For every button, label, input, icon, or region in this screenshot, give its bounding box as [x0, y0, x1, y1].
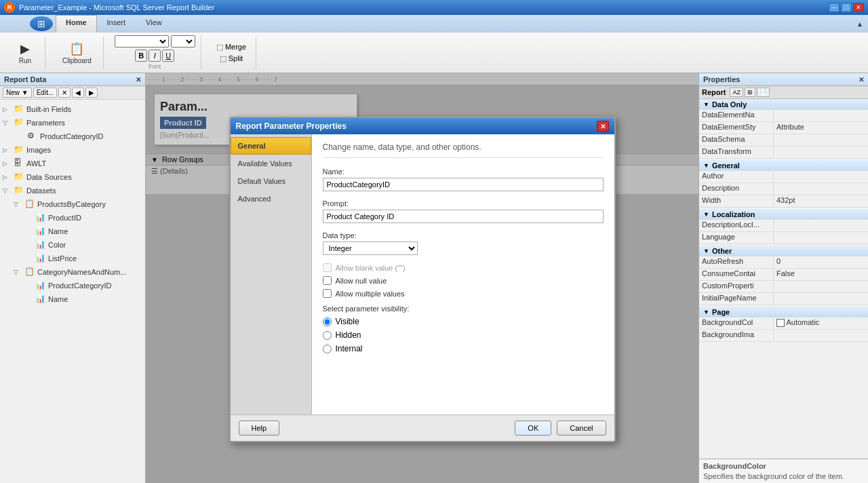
- tree-node-name2[interactable]: 📊 Name: [0, 292, 145, 306]
- allow-null-checkbox[interactable]: [323, 276, 332, 285]
- categorize-button[interactable]: ⊞: [745, 88, 755, 97]
- paste-button[interactable]: 📋 Clipboard: [56, 37, 98, 68]
- title-bar-title: Parameter_Example - Microsoft SQL Server…: [19, 3, 214, 12]
- tree-node-product-category-id[interactable]: ⚙ ProductCategoryID: [0, 130, 145, 143]
- field-icon: 📊: [35, 253, 46, 264]
- tree-node-datasets[interactable]: ▽ 📁 Datasets: [0, 184, 145, 197]
- tree-node-category-names[interactable]: ▽ 📋 CategoryNamesAndNum...: [0, 265, 145, 279]
- office-button[interactable]: ⊞: [30, 16, 53, 31]
- internal-radio[interactable]: [323, 345, 332, 353]
- prop-row-data-schema: DataSchema: [699, 134, 868, 147]
- tree-node-color[interactable]: 📊 Color: [0, 238, 145, 252]
- prop-section-general: ▼ General Author Description Width 432pt: [699, 160, 868, 208]
- prop-section-data-only: ▼ Data Only DataElementNa DataElementSty…: [699, 99, 868, 159]
- ribbon-collapse-icon[interactable]: ▲: [854, 18, 865, 29]
- ribbon-tabs: ⊞ Home Insert View ▲: [0, 15, 868, 33]
- allow-blank-checkbox[interactable]: [323, 263, 332, 272]
- ok-button[interactable]: OK: [515, 421, 551, 436]
- prop-section-localization-header[interactable]: ▼ Localization: [699, 209, 868, 220]
- prop-row-custom-properti: CustomProperti: [699, 281, 868, 293]
- edit-button[interactable]: Edit...: [33, 88, 58, 98]
- tree-node-name1[interactable]: 📊 Name: [0, 225, 145, 238]
- visible-radio[interactable]: [323, 317, 332, 326]
- dialog-tab-advanced[interactable]: Advanced: [231, 190, 311, 208]
- underline-button[interactable]: U: [162, 50, 174, 62]
- name-label: Name:: [323, 168, 604, 176]
- report-data-header: Report Data ✕: [0, 73, 145, 86]
- report-data-close-icon[interactable]: ✕: [136, 76, 141, 83]
- move-up-button[interactable]: ◀: [72, 88, 84, 98]
- maximize-button[interactable]: □: [841, 3, 852, 12]
- prop-row-author: Author: [699, 171, 868, 183]
- dialog-close-button[interactable]: ✕: [597, 121, 609, 132]
- folder-icon: 📁: [14, 172, 24, 182]
- data-type-select[interactable]: Integer Text Boolean DateTime Float: [323, 242, 418, 255]
- param-icon: ⚙: [27, 131, 38, 142]
- folder-icon: 📁: [14, 117, 24, 128]
- tree-node-built-in-fields[interactable]: ▷ 📁 Built-in Fields: [0, 102, 145, 116]
- font-family-select[interactable]: [115, 35, 169, 47]
- run-button[interactable]: ▶ Run: [11, 37, 39, 68]
- prop-section-data-only-header[interactable]: ▼ Data Only: [699, 99, 868, 110]
- app-icon: R: [4, 2, 15, 13]
- hidden-radio[interactable]: [323, 331, 332, 340]
- new-button[interactable]: New ▼: [3, 88, 32, 98]
- bold-button[interactable]: B: [135, 50, 147, 62]
- tree-node-parameters[interactable]: ▽ 📁 Parameters: [0, 116, 145, 130]
- font-group-label: Font: [149, 63, 161, 70]
- property-pages-button[interactable]: 📄: [757, 88, 770, 97]
- tree-node-awlt[interactable]: ▷ 🗄 AWLT: [0, 157, 145, 170]
- dialog-footer-right: OK Cancel: [515, 421, 606, 436]
- sort-az-button[interactable]: AZ: [730, 88, 743, 97]
- tree-node-list-price[interactable]: 📊 ListPrice: [0, 252, 145, 265]
- properties-area: ▼ Data Only DataElementNa DataElementSty…: [699, 99, 868, 459]
- prompt-input[interactable]: [323, 210, 604, 223]
- tree-node-data-sources[interactable]: ▷ 📁 Data Sources: [0, 170, 145, 184]
- tab-view[interactable]: View: [136, 15, 172, 33]
- move-down-button[interactable]: ▶: [85, 88, 98, 98]
- font-size-select[interactable]: [171, 35, 195, 47]
- allow-multiple-checkbox[interactable]: [323, 289, 332, 298]
- close-button[interactable]: ✕: [853, 3, 864, 12]
- tab-home[interactable]: Home: [56, 15, 97, 33]
- tree-node-products-by-category[interactable]: ▽ 📋 ProductsByCategory: [0, 197, 145, 211]
- prop-section-other-header[interactable]: ▼ Other: [699, 246, 868, 256]
- dialog-report-parameter-properties: Report Parameter Properties ✕ General Av…: [229, 117, 616, 442]
- dialog-tab-default-values[interactable]: Default Values: [231, 172, 311, 190]
- name-input[interactable]: [323, 178, 604, 191]
- db-icon: 🗄: [14, 158, 24, 169]
- hidden-label: Hidden: [336, 330, 361, 340]
- delete-button[interactable]: ✕: [58, 88, 71, 98]
- prop-section-general-header[interactable]: ▼ General: [699, 160, 868, 171]
- tab-insert[interactable]: Insert: [97, 15, 136, 33]
- ribbon-tab-spacer: [172, 15, 852, 33]
- minimize-button[interactable]: ─: [829, 3, 840, 12]
- tree-node-product-id[interactable]: 📊 ProductID: [0, 211, 145, 225]
- prop-row-background-ima: BackgroundIma: [699, 330, 868, 342]
- tree-node-product-category-id2[interactable]: 📊 ProductCategoryID: [0, 279, 145, 292]
- dialog-overlay: Report Parameter Properties ✕ General Av…: [146, 73, 698, 483]
- properties-description: BackgroundColor Specifies the background…: [699, 459, 868, 483]
- allow-null-row: Allow null value: [323, 276, 604, 285]
- tree-node-images[interactable]: ▷ 📁 Images: [0, 143, 145, 157]
- allow-null-label: Allow null value: [336, 277, 387, 285]
- data-type-label: Data type:: [323, 231, 604, 239]
- paste-icon: 📋: [68, 41, 85, 57]
- title-bar-controls[interactable]: ─ □ ✕: [829, 3, 864, 12]
- cancel-button[interactable]: Cancel: [557, 421, 606, 436]
- properties-close-icon[interactable]: ✕: [859, 76, 864, 83]
- title-bar: R Parameter_Example - Microsoft SQL Serv…: [0, 0, 868, 15]
- folder-icon: 📁: [14, 185, 24, 196]
- collapse-icon: ▼: [703, 162, 709, 169]
- dataset-icon: 📋: [24, 199, 35, 210]
- prop-section-page-header[interactable]: ▼ Page: [699, 307, 868, 317]
- split-button[interactable]: ⬚ Split: [216, 53, 247, 64]
- dialog-tab-general[interactable]: General: [231, 137, 311, 155]
- dialog-tab-available-values[interactable]: Available Values: [231, 155, 311, 172]
- report-label: Report: [702, 88, 726, 96]
- help-button[interactable]: Help: [239, 421, 280, 436]
- merge-button[interactable]: ⬚ Merge: [212, 41, 250, 53]
- form-group-name: Name:: [323, 168, 604, 191]
- prompt-label: Prompt:: [323, 199, 604, 208]
- italic-button[interactable]: I: [149, 50, 161, 62]
